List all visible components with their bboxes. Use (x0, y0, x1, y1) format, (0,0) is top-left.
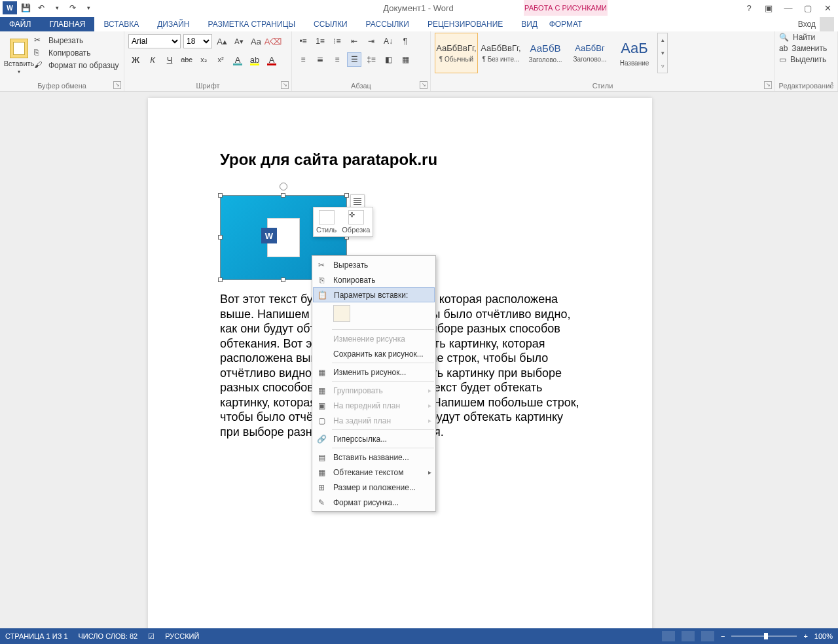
ctx-hyperlink[interactable]: 🔗Гиперссылка... (312, 431, 435, 446)
help-icon[interactable]: ? (741, 1, 757, 14)
tab-file[interactable]: ФАЙЛ (0, 17, 40, 31)
underline-button[interactable]: Ч (162, 52, 177, 67)
zoom-slider[interactable] (731, 635, 797, 637)
ctx-insert-caption[interactable]: ▤Вставить название... (312, 450, 435, 465)
clear-format-icon[interactable]: A⌫ (266, 34, 280, 48)
ctx-format-picture[interactable]: ✎Формат рисунка... (312, 495, 435, 510)
user-avatar-icon[interactable] (820, 17, 834, 31)
paste-keep-formatting-icon[interactable] (333, 305, 350, 322)
zoom-in-icon[interactable]: + (803, 632, 807, 640)
find-button[interactable]: 🔍Найти (779, 33, 833, 42)
resize-handle[interactable] (281, 277, 285, 282)
sort-icon[interactable]: A↓ (381, 34, 395, 48)
bold-button[interactable]: Ж (128, 52, 143, 67)
resize-handle[interactable] (218, 235, 223, 240)
clipboard-launcher-icon[interactable]: ↘ (113, 81, 121, 89)
copy-button[interactable]: ⎘Копировать (34, 48, 119, 58)
increase-indent-icon[interactable]: ⇥ (364, 34, 378, 48)
align-right-icon[interactable]: ≡ (330, 52, 344, 67)
tab-insert[interactable]: ВСТАВКА (94, 17, 148, 31)
view-web-icon[interactable] (701, 631, 714, 641)
tab-mailings[interactable]: РАССЫЛКИ (357, 17, 418, 31)
ctx-cut[interactable]: ✂Вырезать (312, 257, 435, 272)
line-spacing-icon[interactable]: ‡≡ (364, 52, 378, 67)
select-button[interactable]: ▭Выделить (779, 55, 833, 64)
align-justify-icon[interactable]: ☰ (347, 52, 361, 67)
numbering-icon[interactable]: 1≡ (313, 34, 327, 48)
redo-icon[interactable]: ↷ (65, 1, 80, 14)
minimize-icon[interactable]: — (780, 1, 796, 14)
strikethrough-button[interactable]: abc (179, 52, 194, 67)
resize-handle[interactable] (218, 193, 223, 198)
collapse-ribbon-icon[interactable]: ˄ (830, 81, 834, 90)
highlight-icon[interactable]: ab (247, 52, 262, 67)
zoom-level[interactable]: 100% (814, 632, 833, 640)
ctx-size-position[interactable]: ⊞Размер и положение... (312, 480, 435, 495)
tab-references[interactable]: ССЫЛКИ (304, 17, 356, 31)
borders-icon[interactable]: ▦ (398, 52, 412, 67)
ctx-wrap-text[interactable]: ▦Обтекание текстом▸ (312, 465, 435, 480)
styles-scroll[interactable]: ▴▾▿ (657, 33, 668, 73)
style-title[interactable]: АаБНазвание (613, 33, 656, 73)
status-page[interactable]: СТРАНИЦА 1 ИЗ 1 (5, 632, 68, 640)
show-marks-icon[interactable]: ¶ (398, 34, 412, 48)
status-language[interactable]: РУССКИЙ (165, 632, 199, 640)
ctx-bring-front: ▣На передний план▸ (312, 398, 435, 413)
decrease-indent-icon[interactable]: ⇤ (347, 34, 361, 48)
subscript-button[interactable]: x₂ (196, 52, 211, 67)
resize-handle[interactable] (218, 277, 223, 282)
shading-icon[interactable]: ◧ (381, 52, 395, 67)
format-painter-icon: 🖌 (34, 60, 45, 71)
font-size-select[interactable]: 18 (183, 34, 212, 48)
style-button[interactable]: Стиль (316, 210, 337, 234)
text-effects-icon[interactable]: A (230, 52, 245, 67)
format-painter-button[interactable]: 🖌Формат по образцу (34, 60, 119, 71)
tab-page-layout[interactable]: РАЗМЕТКА СТРАНИЦЫ (199, 17, 305, 31)
view-read-icon[interactable] (662, 631, 675, 641)
cut-button[interactable]: ✂Вырезать (34, 35, 119, 46)
close-icon[interactable]: ✕ (820, 1, 835, 14)
login-link[interactable]: Вход (798, 20, 816, 29)
font-color-icon[interactable]: A (264, 52, 279, 67)
ctx-copy[interactable]: ⎘Копировать (312, 272, 435, 287)
status-spellcheck-icon[interactable]: ☑ (148, 632, 155, 641)
style-normal[interactable]: АаБбВвГг,¶ Обычный (435, 33, 478, 73)
crop-button[interactable]: ✜Обрезка (342, 210, 370, 234)
paste-button[interactable]: Вставить ▾ (4, 34, 34, 79)
ctx-edit-picture[interactable]: ▦Изменить рисунок... (312, 365, 435, 380)
qat-customize-icon[interactable]: ▾ (81, 1, 96, 14)
style-no-spacing[interactable]: АаБбВвГг,¶ Без инте... (479, 33, 522, 73)
resize-handle[interactable] (344, 193, 349, 198)
paragraph-launcher-icon[interactable]: ↘ (420, 81, 428, 89)
tab-design[interactable]: ДИЗАЙН (148, 17, 198, 31)
maximize-icon[interactable]: ▢ (800, 1, 816, 14)
save-icon[interactable]: 💾 (18, 1, 33, 14)
style-heading2[interactable]: АаБбВгЗаголово... (568, 33, 611, 73)
superscript-button[interactable]: x² (213, 52, 228, 67)
multilevel-icon[interactable]: ⁝≡ (330, 34, 344, 48)
grow-font-icon[interactable]: A▴ (215, 34, 229, 48)
font-launcher-icon[interactable]: ↘ (281, 81, 289, 89)
bullets-icon[interactable]: •≡ (296, 34, 310, 48)
status-word-count[interactable]: ЧИСЛО СЛОВ: 82 (79, 632, 138, 640)
styles-launcher-icon[interactable]: ↘ (764, 81, 772, 89)
shrink-font-icon[interactable]: A▾ (232, 34, 246, 48)
ribbon-display-icon[interactable]: ▣ (761, 1, 776, 14)
style-heading1[interactable]: АаБбВЗаголово... (524, 33, 567, 73)
italic-button[interactable]: К (145, 52, 160, 67)
change-case-icon[interactable]: Aa (249, 34, 263, 48)
align-left-icon[interactable]: ≡ (296, 52, 310, 67)
tab-home[interactable]: ГЛАВНАЯ (40, 17, 94, 31)
rotate-handle-icon[interactable] (280, 183, 287, 190)
tab-review[interactable]: РЕЦЕНЗИРОВАНИЕ (418, 17, 512, 31)
resize-handle[interactable] (281, 193, 285, 198)
view-print-icon[interactable] (682, 631, 695, 641)
undo-more-icon[interactable]: ▾ (50, 1, 64, 14)
font-name-select[interactable]: Arial (128, 34, 181, 48)
replace-button[interactable]: abЗаменить (779, 44, 833, 53)
zoom-out-icon[interactable]: − (721, 632, 725, 640)
undo-icon[interactable]: ↶ (34, 1, 48, 14)
ctx-save-as-picture[interactable]: Сохранить как рисунок... (312, 346, 435, 361)
tab-format[interactable]: ФОРМАТ (524, 17, 608, 31)
align-center-icon[interactable]: ≣ (313, 52, 327, 67)
